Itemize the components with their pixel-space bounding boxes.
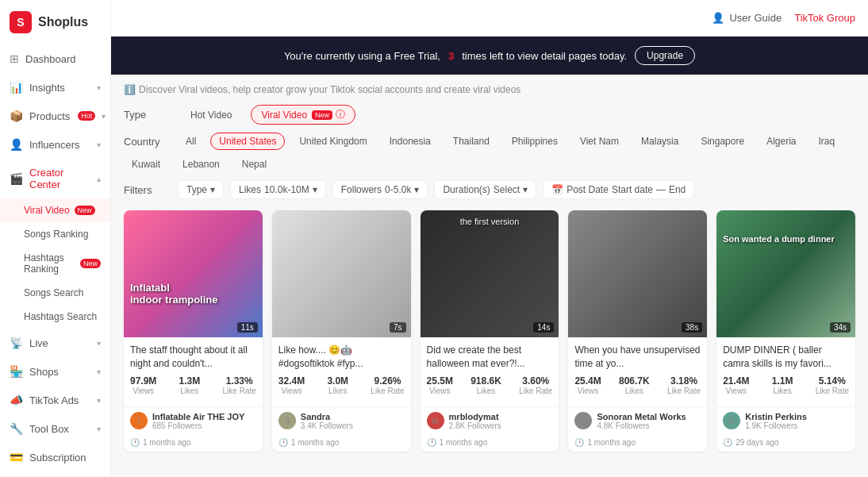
video-title: The staff thought about it all night and… <box>130 344 256 371</box>
video-stats: 25.4M Views 806.7K Likes 3.18% Like Rate <box>574 375 701 395</box>
chevron-down-icon: ▾ <box>313 184 317 195</box>
clock-icon: 🕐 <box>723 438 732 447</box>
sidebar-item-creator-center[interactable]: 🎬 Creator Center ▴ <box>0 159 110 198</box>
influencers-icon: 👤 <box>10 138 23 151</box>
sidebar-sub-hashtags-search[interactable]: Hashtags Search <box>0 305 110 329</box>
sidebar-item-products[interactable]: 📦 Products Hot ▾ <box>0 102 110 130</box>
views-value: 25.5M <box>427 375 453 387</box>
products-badge: Hot <box>78 111 95 121</box>
discover-info: ℹ️ Discover Viral videos, help creator g… <box>124 84 855 95</box>
author-info: Inflatable Air THE JOY 685 Followers <box>152 412 256 430</box>
video-card[interactable]: 7s Like how.... 😊🤖 #dogsoftiktok #fyp...… <box>272 210 411 452</box>
author-info: Sonoran Metal Works 4.8K Followers <box>597 412 701 430</box>
hashtags-ranking-label: Hashtags Ranking <box>24 252 75 275</box>
video-card[interactable]: the first version 14s Did we create the … <box>421 210 559 452</box>
dashboard-icon: ⊞ <box>10 52 19 65</box>
sidebar-item-label: Shops <box>29 366 59 378</box>
like-rate-value: 3.60% <box>519 375 552 387</box>
clock-icon: 🕐 <box>278 438 288 447</box>
sidebar-item-label: Creator Center <box>29 167 90 190</box>
tiktok-group-link[interactable]: TikTok Group <box>794 12 855 24</box>
sidebar-item-tiktok-sales-tips[interactable]: 💡 TikTok Sales Tips <box>0 471 110 477</box>
likes-label: Likes <box>239 184 261 195</box>
like-rate-label: Like Rate <box>667 387 701 395</box>
likes-label: Likes <box>619 387 650 395</box>
country-nepal[interactable]: Nepal <box>234 156 275 172</box>
sidebar-item-live[interactable]: 📡 Live ▾ <box>0 329 110 357</box>
sidebar-item-shops[interactable]: 🏪 Shops ▾ <box>0 357 110 386</box>
country-thailand[interactable]: Thailand <box>445 133 497 149</box>
duration-label: Duration(s) <box>443 184 490 195</box>
author-avatar: K <box>723 412 740 429</box>
video-card[interactable]: Son wanted a dump dinner 34s DUMP DINNER… <box>716 210 855 452</box>
sidebar-item-dashboard[interactable]: ⊞ Dashboard <box>0 44 110 73</box>
creator-center-icon: 🎬 <box>10 172 23 185</box>
likes-value: 1.1M <box>772 375 793 387</box>
likes-select[interactable]: Likes 10.0k-10M ▾ <box>230 180 326 199</box>
country-us[interactable]: United States <box>210 133 285 150</box>
country-algeria[interactable]: Algeria <box>759 133 804 149</box>
video-card[interactable]: 38s When you have unsupervised time at y… <box>568 210 707 452</box>
sidebar-item-tool-box[interactable]: 🔧 Tool Box ▾ <box>0 414 110 443</box>
upgrade-button[interactable]: Upgrade <box>635 46 695 65</box>
country-indonesia[interactable]: Indonesia <box>382 133 439 149</box>
country-filter-row: Country All United States United Kingdom… <box>124 133 855 172</box>
sidebar-item-subscription[interactable]: 💳 Subscription <box>0 443 110 471</box>
user-guide-link[interactable]: 👤 User Guide <box>712 12 782 24</box>
post-date-start: Start date <box>612 184 653 195</box>
hot-video-option[interactable]: Hot Video <box>181 107 241 123</box>
sidebar-item-insights[interactable]: 📊 Insights ▾ <box>0 73 110 102</box>
country-iraq[interactable]: Iraq <box>810 133 843 149</box>
country-all[interactable]: All <box>178 133 204 149</box>
video-thumbnail: Inflatablindoor trampoline 11s <box>124 210 263 337</box>
chevron-icon: ▾ <box>97 339 101 348</box>
video-duration: 11s <box>237 322 258 333</box>
author-info: Sandra 3.4K Followers <box>301 412 405 430</box>
chevron-icon: ▾ <box>97 425 101 433</box>
sidebar-sub-viral-video[interactable]: Viral Video New <box>0 198 110 222</box>
sidebar-item-tiktok-ads[interactable]: 📣 TikTok Ads ▾ <box>0 386 110 414</box>
country-philippines[interactable]: Philippines <box>504 133 566 149</box>
tool-box-icon: 🔧 <box>10 422 23 435</box>
like-rate-value: 5.14% <box>816 375 849 387</box>
sidebar: S Shoplus ⊞ Dashboard 📊 Insights ▾ 📦 Pro… <box>0 0 111 477</box>
user-guide-label: User Guide <box>729 12 782 24</box>
stat-likes: 918.6K Likes <box>470 375 501 395</box>
country-singapore[interactable]: Singapore <box>693 133 752 149</box>
sidebar-sub-songs-search[interactable]: Songs Search <box>0 281 110 305</box>
info-icon: ℹ️ <box>124 84 136 95</box>
filters-label: Filters <box>124 184 171 196</box>
sidebar-item-influencers[interactable]: 👤 Influencers ▾ <box>0 130 110 159</box>
country-malaysia[interactable]: Malaysia <box>633 133 686 149</box>
followers-select[interactable]: Followers 0-5.0k ▾ <box>332 180 428 199</box>
live-icon: 📡 <box>10 337 23 349</box>
topbar: 👤 User Guide TikTok Group <box>111 0 868 37</box>
video-card[interactable]: Inflatablindoor trampoline 11s The staff… <box>124 210 263 452</box>
views-label: Views <box>278 387 305 395</box>
country-kuwait[interactable]: Kuwait <box>124 156 168 172</box>
author-name: Sandra <box>301 412 405 421</box>
author-time-row: 🕐 1 months ago <box>124 435 263 452</box>
video-duration: 14s <box>533 322 554 333</box>
post-date-label: Post Date <box>567 184 609 195</box>
country-vietnam[interactable]: Viet Nam <box>572 133 627 149</box>
country-uk[interactable]: United Kingdom <box>291 133 374 149</box>
stat-likes: 3.0M Likes <box>327 375 348 395</box>
sidebar-sub-hashtags-ranking[interactable]: Hashtags Ranking New <box>0 246 110 281</box>
author-avatar: S <box>574 412 592 429</box>
sidebar-sub-songs-ranking[interactable]: Songs Ranking <box>0 222 110 246</box>
video-info: The staff thought about it all night and… <box>124 337 263 406</box>
views-value: 32.4M <box>278 375 305 387</box>
country-lebanon[interactable]: Lebanon <box>175 156 228 172</box>
viral-video-option[interactable]: Viral Video New ⓘ <box>251 105 355 125</box>
likes-value: 3.0M <box>327 375 348 387</box>
duration-select[interactable]: Duration(s) Select ▾ <box>434 180 536 199</box>
type-select[interactable]: Type ▾ <box>178 180 224 199</box>
post-date-select[interactable]: 📅 Post Date Start date — End <box>543 180 694 199</box>
video-thumbnail: 7s <box>272 210 411 337</box>
banner-count: 3 <box>448 50 454 62</box>
sidebar-item-label: Tool Box <box>29 423 69 435</box>
sidebar-item-label: Influencers <box>29 139 80 151</box>
like-rate-value: 9.26% <box>371 375 404 387</box>
type-filter-label: Type <box>124 109 171 121</box>
